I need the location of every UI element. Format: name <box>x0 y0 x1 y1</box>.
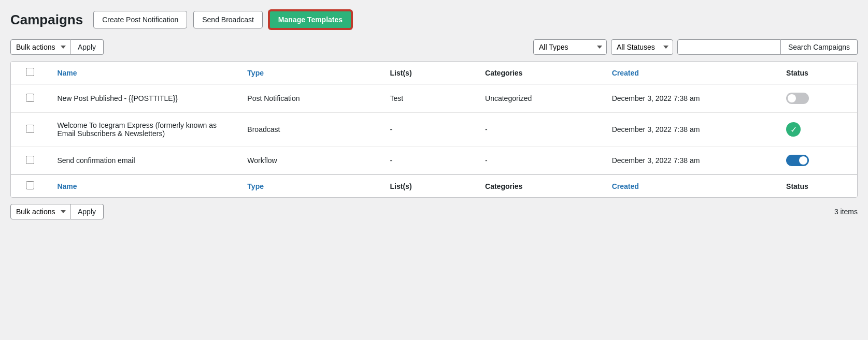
items-count: 3 items <box>834 208 858 216</box>
status-check-icon-2: ✓ <box>786 122 801 137</box>
footer-categories: Categories <box>477 175 604 198</box>
row-created: December 3, 2022 7:38 am <box>604 84 778 113</box>
table-row: Welcome To Icegram Express (formerly kno… <box>11 113 857 146</box>
row-name: Send confirmation email <box>49 146 239 175</box>
search-campaigns-button[interactable]: Search Campaigns <box>781 39 858 55</box>
send-broadcast-button[interactable]: Send Broadcast <box>193 11 263 28</box>
table-header-row: Name Type List(s) Categories Created <box>11 62 857 84</box>
toggle-slider-1 <box>786 93 809 104</box>
row-lists: - <box>382 113 477 146</box>
row-type: Post Notification <box>239 84 381 113</box>
row-checkbox-2[interactable] <box>26 125 34 133</box>
header-name: Name <box>49 62 239 84</box>
create-post-notification-button[interactable]: Create Post Notification <box>93 11 187 28</box>
search-input[interactable] <box>677 39 781 55</box>
page-title: Campaigns <box>10 12 83 28</box>
row-checkbox-3[interactable] <box>26 156 34 164</box>
top-toolbar-right: All Types Post Notification Broadcast Wo… <box>533 39 858 55</box>
campaigns-table: Name Type List(s) Categories Created <box>11 62 857 197</box>
bulk-actions-wrapper-top: Bulk actions Apply <box>10 39 104 55</box>
bulk-actions-select-bottom[interactable]: Bulk actions <box>10 204 70 219</box>
header-status: Status <box>778 62 857 84</box>
row-created: December 3, 2022 7:38 am <box>604 113 778 146</box>
select-all-checkbox-top[interactable] <box>26 68 34 76</box>
campaigns-table-wrapper: Name Type List(s) Categories Created <box>10 61 858 198</box>
row-checkbox-cell <box>11 113 49 146</box>
row-checkbox-cell <box>11 84 49 113</box>
footer-checkbox-cell <box>11 175 49 198</box>
toggle-slider-3 <box>786 155 809 166</box>
row-type: Workflow <box>239 146 381 175</box>
select-all-checkbox-bottom[interactable] <box>26 181 34 189</box>
status-toggle-1[interactable] <box>786 93 809 104</box>
table-footer-row: Name Type List(s) Categories Created <box>11 175 857 198</box>
status-toggle-3[interactable] <box>786 155 809 166</box>
row-lists: - <box>382 146 477 175</box>
header-lists: List(s) <box>382 62 477 84</box>
top-toolbar: Bulk actions Apply All Types Post Notifi… <box>10 39 858 55</box>
footer-created: Created <box>604 175 778 198</box>
bottom-toolbar: Bulk actions Apply 3 items <box>10 204 858 219</box>
row-categories: - <box>477 146 604 175</box>
footer-type: Type <box>239 175 381 198</box>
filter-statuses-select[interactable]: All Statuses Active Inactive <box>611 39 673 55</box>
table-row: Send confirmation emailWorkflow--Decembe… <box>11 146 857 175</box>
search-wrapper: Search Campaigns <box>677 39 858 55</box>
row-status[interactable]: ✓ <box>778 113 857 146</box>
footer-name: Name <box>49 175 239 198</box>
bottom-toolbar-left: Bulk actions Apply <box>10 204 104 219</box>
bulk-actions-select-top[interactable]: Bulk actions <box>10 39 70 55</box>
apply-button-bottom[interactable]: Apply <box>70 204 104 219</box>
row-name: New Post Published - {{POSTTITLE}} <box>49 84 239 113</box>
footer-lists: List(s) <box>382 175 477 198</box>
row-type: Broadcast <box>239 113 381 146</box>
top-toolbar-left: Bulk actions Apply <box>10 39 104 55</box>
manage-templates-button[interactable]: Manage Templates <box>269 10 352 29</box>
row-categories: - <box>477 113 604 146</box>
table-row: New Post Published - {{POSTTITLE}}Post N… <box>11 84 857 113</box>
footer-status: Status <box>778 175 857 198</box>
row-name: Welcome To Icegram Express (formerly kno… <box>49 113 239 146</box>
apply-button-top[interactable]: Apply <box>70 39 104 55</box>
row-lists: Test <box>382 84 477 113</box>
row-created: December 3, 2022 7:38 am <box>604 146 778 175</box>
header-categories: Categories <box>477 62 604 84</box>
header-created: Created <box>604 62 778 84</box>
row-checkbox-1[interactable] <box>26 94 34 102</box>
filter-types-select[interactable]: All Types Post Notification Broadcast Wo… <box>533 39 607 55</box>
row-checkbox-cell <box>11 146 49 175</box>
row-status[interactable] <box>778 146 857 175</box>
header-type: Type <box>239 62 381 84</box>
page-header: Campaigns Create Post Notification Send … <box>10 10 858 29</box>
bulk-actions-wrapper-bottom: Bulk actions Apply <box>10 204 104 219</box>
row-status[interactable] <box>778 84 857 113</box>
row-categories: Uncategorized <box>477 84 604 113</box>
header-checkbox-cell <box>11 62 49 84</box>
